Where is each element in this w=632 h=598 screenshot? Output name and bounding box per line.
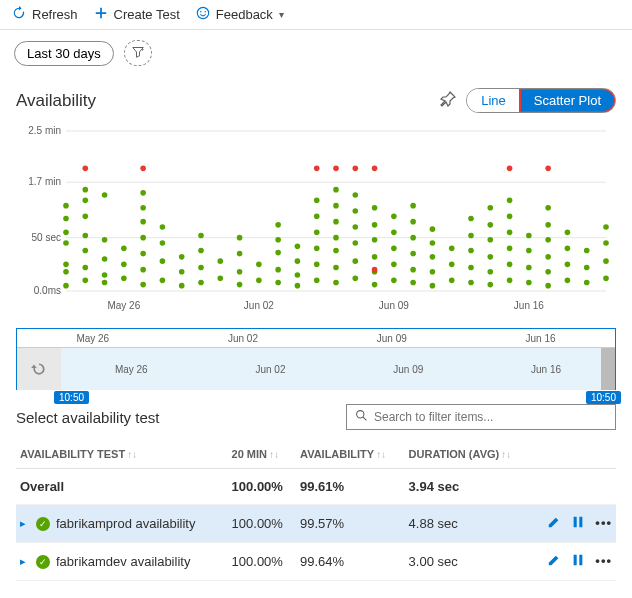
test-section: Select availability test Availability Te… (0, 390, 632, 581)
svg-point-35 (140, 267, 146, 273)
svg-point-25 (82, 187, 88, 193)
svg-point-118 (487, 282, 493, 288)
svg-point-23 (82, 214, 88, 220)
svg-point-61 (275, 267, 281, 273)
svg-point-50 (198, 248, 204, 254)
svg-point-155 (352, 166, 358, 172)
svg-point-153 (314, 166, 320, 172)
svg-point-43 (160, 240, 166, 246)
svg-point-80 (333, 203, 339, 209)
feedback-label: Feedback (216, 7, 273, 22)
svg-point-97 (391, 230, 397, 236)
svg-point-120 (487, 254, 493, 260)
svg-point-45 (179, 283, 185, 289)
svg-point-129 (507, 198, 513, 204)
svg-point-72 (314, 230, 320, 236)
svg-point-127 (507, 230, 513, 236)
table-row[interactable]: Overall100.00%99.61%3.94 sec (16, 469, 616, 505)
edit-icon[interactable] (547, 553, 561, 570)
col-availability[interactable]: Availability↑↓ (296, 440, 405, 469)
search-input[interactable] (374, 410, 607, 424)
add-filter-button[interactable]: + (124, 40, 152, 66)
table-row[interactable]: ▸✓fabrikamprod availability100.00%99.57%… (16, 505, 616, 543)
svg-point-30 (102, 192, 108, 198)
svg-point-54 (237, 282, 243, 288)
svg-point-93 (372, 205, 378, 211)
scatter-toggle[interactable]: Scatter Plot (520, 89, 615, 112)
search-box[interactable] (346, 404, 616, 430)
pause-icon[interactable] (571, 553, 585, 570)
create-test-button[interactable]: Create Test (94, 6, 180, 23)
svg-point-17 (63, 216, 69, 222)
time-range-pill[interactable]: Last 30 days (14, 41, 114, 66)
chart-type-toggle: Line Scatter Plot (466, 88, 616, 113)
svg-point-135 (545, 269, 551, 275)
pin-icon[interactable] (440, 91, 456, 110)
check-icon: ✓ (36, 555, 50, 569)
edit-icon[interactable] (547, 515, 561, 532)
svg-point-66 (295, 272, 301, 278)
col-window[interactable]: 20 Min↑↓ (228, 440, 296, 469)
svg-point-28 (102, 256, 108, 262)
svg-point-123 (487, 205, 493, 211)
time-start-badge: 10:50 (54, 391, 89, 404)
svg-point-96 (391, 246, 397, 252)
table-row[interactable]: ▸✓fabrikamdev availability100.00%99.64%3… (16, 543, 616, 581)
range-strip[interactable]: May 26Jun 02Jun 09Jun 16 (61, 348, 615, 390)
search-icon (355, 409, 368, 425)
cell-availability: 99.61% (296, 469, 405, 505)
svg-point-137 (545, 237, 551, 243)
svg-point-12 (63, 283, 69, 289)
cell-window: 100.00% (228, 543, 296, 581)
test-name: fabrikamdev availability (56, 554, 190, 569)
svg-point-74 (314, 198, 320, 204)
smile-icon (196, 6, 210, 23)
test-section-title: Select availability test (16, 409, 159, 426)
svg-point-22 (82, 233, 88, 239)
svg-point-144 (584, 280, 590, 286)
chevron-right-icon[interactable]: ▸ (20, 555, 30, 568)
range-handle-right[interactable] (601, 348, 615, 390)
svg-point-111 (449, 262, 455, 268)
svg-point-108 (430, 240, 436, 246)
svg-text:Jun 02: Jun 02 (244, 300, 274, 311)
svg-point-149 (603, 240, 609, 246)
more-icon[interactable]: ••• (595, 553, 612, 570)
svg-rect-166 (580, 517, 583, 528)
svg-point-156 (372, 166, 378, 172)
svg-point-1 (200, 11, 202, 13)
page-title: Availability (16, 91, 96, 111)
svg-point-116 (468, 233, 474, 239)
svg-point-133 (526, 233, 532, 239)
svg-point-117 (468, 216, 474, 222)
cell-window: 100.00% (228, 469, 296, 505)
chevron-right-icon[interactable]: ▸ (20, 517, 30, 530)
col-duration[interactable]: Duration (Avg)↑↓ (405, 440, 533, 469)
svg-point-13 (63, 269, 69, 275)
scatter-chart[interactable]: 0.0ms50 sec1.7 min2.5 min May 26Jun 02Ju… (16, 121, 616, 321)
pause-icon[interactable] (571, 515, 585, 532)
svg-point-68 (295, 243, 301, 249)
svg-point-59 (256, 262, 262, 268)
svg-point-46 (179, 269, 185, 275)
svg-point-21 (82, 248, 88, 254)
refresh-button[interactable]: Refresh (12, 6, 78, 23)
svg-point-105 (430, 283, 436, 289)
more-icon[interactable]: ••• (595, 515, 612, 532)
svg-point-82 (352, 275, 358, 281)
svg-point-131 (526, 265, 532, 271)
feedback-button[interactable]: Feedback ▾ (196, 6, 284, 23)
svg-point-112 (449, 246, 455, 252)
col-test[interactable]: Availability Test↑↓ (16, 440, 228, 469)
chevron-down-icon: ▾ (279, 9, 284, 20)
time-end-badge: 10:50 (586, 391, 621, 404)
svg-text:May 26: May 26 (107, 300, 140, 311)
timeline-ticks-top: May 26Jun 02Jun 09Jun 16 (17, 329, 615, 348)
svg-point-140 (565, 278, 571, 284)
svg-point-19 (82, 278, 88, 284)
create-test-label: Create Test (114, 7, 180, 22)
svg-point-48 (198, 280, 204, 286)
chart-area: 0.0ms50 sec1.7 min2.5 min May 26Jun 02Ju… (0, 121, 632, 324)
history-button[interactable] (17, 348, 61, 390)
line-toggle[interactable]: Line (467, 89, 520, 112)
